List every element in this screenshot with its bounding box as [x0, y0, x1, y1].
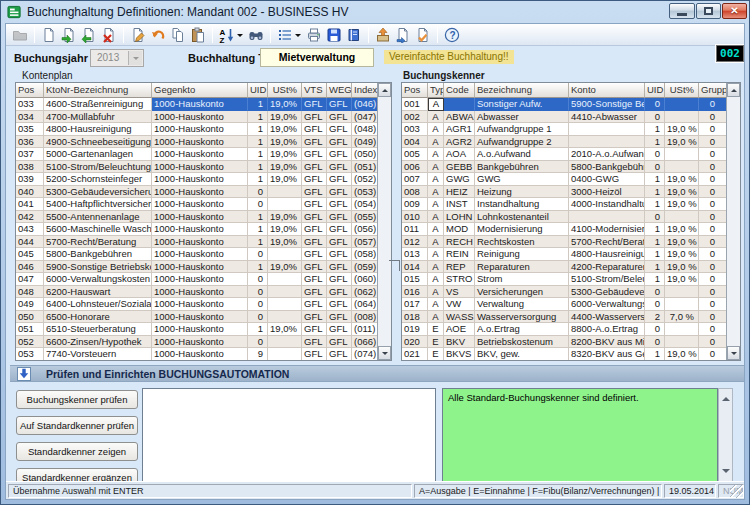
grid-cell[interactable]: Modernisierung	[475, 223, 569, 236]
grid-cell[interactable]: 5800-Bankgebühren	[44, 248, 152, 261]
column-header[interactable]: Pos	[16, 83, 44, 98]
grid-cell[interactable]: BKV	[444, 336, 475, 349]
grid-cell[interactable]: 0	[248, 198, 268, 211]
grid-cell[interactable]: 5600-Maschinelle Wascheinricht	[44, 223, 152, 236]
grid-cell[interactable]: 035	[16, 123, 44, 136]
grid-cell[interactable]: INST	[444, 198, 475, 211]
buchungskenner-table[interactable]: PosTypCodeBezeichnungKontoUIDUSt%Gruppe0…	[401, 82, 741, 361]
grid-cell[interactable]: 1000-Hauskonto	[152, 286, 248, 299]
grid-cell[interactable]: 0	[699, 323, 726, 336]
grid-cell[interactable]: 4410-Abwasser	[569, 111, 645, 124]
table-row[interactable]: 0506500-Honorare1000-Hauskonto0GFLGFL(00…	[16, 311, 377, 324]
grid-cell[interactable]: 5900-Sonstige Betriebskosten	[569, 98, 645, 111]
grid-cell[interactable]: Heizung	[475, 186, 569, 199]
table-row[interactable]: 0526600-Zinsen/Hypothek1000-Hauskonto0GF…	[16, 336, 377, 349]
grid-cell[interactable]: A	[428, 186, 444, 199]
grid-cell[interactable]: 0	[699, 311, 726, 324]
insert-record-icon[interactable]	[60, 26, 78, 44]
grid-cell[interactable]: 0	[248, 248, 268, 261]
resize-grip[interactable]	[730, 485, 743, 498]
grid-cell[interactable]: 015	[402, 273, 428, 286]
grid-cell[interactable]: 0	[699, 348, 726, 360]
table-row[interactable]: 0395200-Schornsteinfeger1000-Hauskonto11…	[16, 173, 377, 186]
list-icon[interactable]	[276, 26, 294, 44]
grid-cell[interactable]: 013	[402, 248, 428, 261]
grid-cell[interactable]: 1000-Hauskonto	[152, 223, 248, 236]
grid-cell[interactable]: A	[428, 111, 444, 124]
grid-cell[interactable]	[268, 286, 302, 299]
undo-icon[interactable]	[149, 26, 167, 44]
grid-cell[interactable]: ABWA	[444, 111, 475, 124]
column-header[interactable]: USt%	[665, 83, 699, 98]
grid-cell[interactable]: (048)	[352, 123, 377, 136]
grid-cell[interactable]: 0	[248, 286, 268, 299]
grid-cell[interactable]: REIN	[444, 248, 475, 261]
grid-cell[interactable]: GFL	[302, 173, 327, 186]
grid-cell[interactable]: GFL	[302, 311, 327, 324]
grid-cell[interactable]: 1000-Hauskonto	[152, 98, 248, 111]
grid-cell[interactable]: (047)	[352, 111, 377, 124]
grid-cell[interactable]: 7,0 %	[665, 311, 699, 324]
table-row[interactable]: 0375000-Gartenanlagen1000-Hauskonto119,0…	[16, 148, 377, 161]
grid-cell[interactable]: A	[428, 148, 444, 161]
grid-cell[interactable]: 1000-Hauskonto	[152, 348, 248, 360]
grid-cell[interactable]: (008)	[352, 311, 377, 324]
grid-cell[interactable]: 1000-Hauskonto	[152, 111, 248, 124]
table-row[interactable]: 0496400-Lohnsteuer/Sozialabgaber1000-Hau…	[16, 298, 377, 311]
grid-cell[interactable]	[665, 298, 699, 311]
grid-cell[interactable]: 1000-Hauskonto	[152, 236, 248, 249]
grid-cell[interactable]: 0	[699, 286, 726, 299]
grid-cell[interactable]: GFL	[327, 211, 352, 224]
grid-cell[interactable]: Instandhaltung	[475, 198, 569, 211]
grid-cell[interactable]: 6200-Hauswart	[44, 286, 152, 299]
grid-cell[interactable]: 014	[402, 261, 428, 274]
table-row[interactable]: 0537740-Vorsteuern1000-Hauskonto9GFLGFL(…	[16, 348, 377, 360]
scroll-up-icon[interactable]	[722, 393, 730, 401]
grid-cell[interactable]: GFL	[302, 98, 327, 111]
grid-cell[interactable]: 1000-Hauskonto	[152, 261, 248, 274]
new-record-icon[interactable]	[40, 26, 58, 44]
grid-cell[interactable]: 1000-Hauskonto	[152, 273, 248, 286]
grid-cell[interactable]: Rechtskosten	[475, 236, 569, 249]
grid-cell[interactable]: 1000-Hauskonto	[152, 136, 248, 149]
title-bar[interactable]: Buchunghaltung Definitionen: Mandant 002…	[1, 1, 749, 23]
grid-cell[interactable]: (055)	[352, 211, 377, 224]
grid-cell[interactable]: 018	[402, 311, 428, 324]
column-header[interactable]: Gruppe	[699, 83, 726, 98]
grid-cell[interactable]: 0	[699, 111, 726, 124]
grid-cell[interactable]: 19,0%	[268, 223, 302, 236]
column-header[interactable]: Konto	[569, 83, 645, 98]
grid-cell[interactable]: 5800-Bankgebühren	[569, 161, 645, 174]
grid-cell[interactable]: 8800-A.o.Ertrag	[569, 323, 645, 336]
grid-cell[interactable]	[665, 148, 699, 161]
grid-cell[interactable]: 1000-Hauskonto	[152, 186, 248, 199]
grid-cell[interactable]: 004	[402, 136, 428, 149]
grid-cell[interactable]: A	[428, 211, 444, 224]
dropdown-caret-icon[interactable]	[237, 34, 243, 40]
grid-cell[interactable]: 4000-Instandhaltung	[569, 198, 645, 211]
import-document-icon[interactable]	[394, 26, 412, 44]
buchungskenner-pruefen-button[interactable]: Buchungskenner prüfen	[16, 390, 138, 409]
grid-cell[interactable]	[665, 98, 699, 111]
grid-cell[interactable]: Aufwandgruppe 2	[475, 136, 569, 149]
table-row[interactable]: 021EBKVSBKV, gew.8320-BKV aus Gewerbe119…	[402, 348, 726, 360]
grid-cell[interactable]: 2010-A.o.Aufwand	[569, 148, 645, 161]
scroll-down-button[interactable]	[378, 346, 391, 360]
grid-cell[interactable]: 19,0%	[268, 98, 302, 111]
grid-cell[interactable]: GFL	[327, 336, 352, 349]
grid-cell[interactable]: GFL	[327, 311, 352, 324]
edit-record-icon[interactable]	[129, 26, 147, 44]
grid-cell[interactable]: 1000-Hauskonto	[152, 173, 248, 186]
grid-cell[interactable]: 6600-Zinsen/Hypothek	[44, 336, 152, 349]
grid-cell[interactable]: GWG	[475, 173, 569, 186]
grid-cell[interactable]: (057)	[352, 236, 377, 249]
grid-cell[interactable]: Bankgebühren	[475, 161, 569, 174]
grid-cell[interactable]: 19,0 %	[665, 198, 699, 211]
column-header[interactable]: Index	[352, 83, 377, 98]
grid-cell[interactable]: AOA	[444, 148, 475, 161]
table-row[interactable]: 011AMODModernisierung4100-Modernisierung…	[402, 223, 726, 236]
grid-cell[interactable]: GFL	[302, 286, 327, 299]
column-header[interactable]: USt%	[268, 83, 302, 98]
grid-cell[interactable]: 0	[699, 211, 726, 224]
grid-cell[interactable]: (011)	[352, 323, 377, 336]
